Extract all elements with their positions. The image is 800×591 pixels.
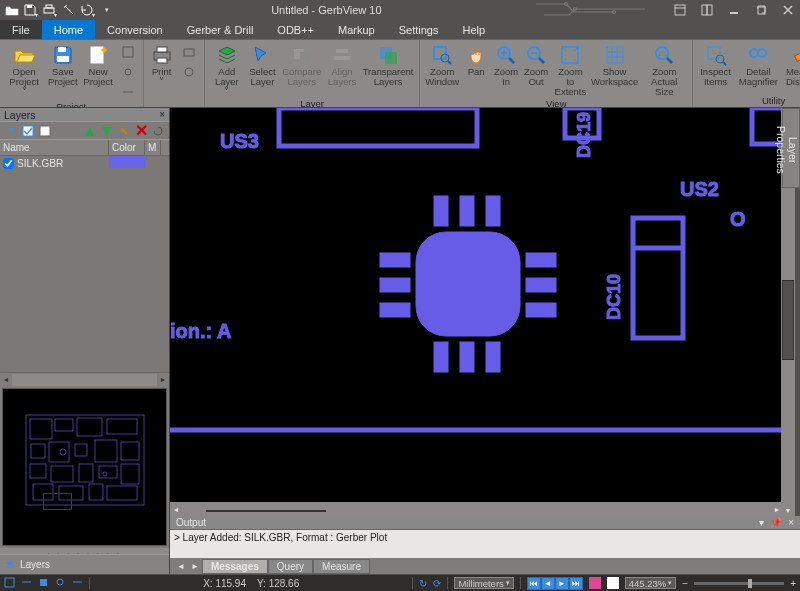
tab-settings[interactable]: Settings (387, 20, 451, 39)
nav-last-icon[interactable]: ⏭ (569, 577, 583, 590)
h-scrollbar[interactable]: ◄► (170, 502, 783, 516)
nav-next-icon[interactable]: ► (555, 577, 569, 590)
svg-text:DC19: DC19 (574, 112, 594, 158)
tab-file[interactable]: File (0, 20, 42, 39)
output-tab-messages[interactable]: Messages (202, 559, 268, 574)
status-icon-2[interactable] (21, 577, 32, 590)
status-rot-icon[interactable]: ⟳ (433, 578, 441, 589)
transparent-layers-button[interactable]: Transparent Layers (361, 43, 416, 88)
lp-btn-delete-icon[interactable]: ✕ (134, 124, 148, 138)
status-icon-1[interactable] (4, 577, 15, 590)
zoom-combo[interactable]: 445.23% ▾ (625, 577, 677, 589)
layer-color-swatch[interactable] (109, 156, 145, 168)
sys-restore-icon[interactable] (753, 2, 769, 18)
svg-rect-14 (90, 46, 104, 64)
zoom-minus-icon[interactable]: − (682, 578, 688, 589)
svg-rect-23 (300, 52, 310, 62)
zoom-out-button[interactable]: Zoom Out (522, 43, 550, 88)
pan-button[interactable]: Pan (462, 43, 490, 78)
zoom-window-button[interactable]: Zoom Window (424, 43, 460, 88)
zoom-slider[interactable] (694, 582, 784, 585)
print-sm-1[interactable] (180, 43, 198, 61)
print-sm-2[interactable] (180, 63, 198, 81)
status-color-1[interactable] (589, 577, 601, 589)
add-layer-button[interactable]: Add Layer ˅ (209, 43, 245, 98)
nav-first-icon[interactable]: ⏮ (527, 577, 541, 590)
output-tab-query[interactable]: Query (268, 559, 313, 574)
svg-point-77 (60, 449, 66, 455)
select-layer-button[interactable]: Select Layer (247, 43, 278, 88)
layers-table: Name Color M SILK.GBR (0, 140, 169, 171)
qat-reload-icon[interactable]: ▾ (80, 2, 96, 18)
show-workspace-button[interactable]: Show Workspace (591, 43, 639, 88)
nav-prev-icon[interactable]: ◄ (541, 577, 555, 590)
save-project-button[interactable]: Save Project (46, 43, 79, 88)
zoom-actual-button[interactable]: 1:1Zoom Actual Size (640, 43, 688, 98)
project-sm-1[interactable] (119, 43, 137, 61)
minimap[interactable] (2, 388, 167, 546)
lp-btn-2[interactable] (21, 124, 35, 138)
sys-close-icon[interactable] (780, 2, 796, 18)
status-icon-5[interactable] (72, 577, 83, 590)
col-m[interactable]: M (145, 140, 161, 155)
sys-maxmode-icon[interactable] (699, 2, 715, 18)
canvas[interactable]: US3 DC19 US2 O DC10 (170, 108, 781, 516)
layers-hscroll[interactable]: ◄► (0, 372, 169, 386)
tab-help[interactable]: Help (450, 20, 497, 39)
status-icon-4[interactable] (55, 577, 66, 590)
lp-btn-1[interactable] (4, 124, 18, 138)
zoom-plus-icon[interactable]: + (790, 578, 796, 589)
svg-rect-0 (27, 5, 32, 8)
statusbar: X: 115.94 Y: 128.66 ↻ ⟳ Millimeters ▾ ⏮ … (0, 575, 800, 591)
output-tab-measure[interactable]: Measure (313, 559, 370, 574)
new-project-button[interactable]: New Project (82, 43, 115, 88)
col-name[interactable]: Name (0, 140, 109, 155)
inspect-items-button[interactable]: Inspect Items (697, 43, 734, 88)
zoom-in-button[interactable]: Zoom In (492, 43, 520, 88)
output-tab-next[interactable]: ► (188, 562, 202, 571)
lp-btn-tool-icon[interactable] (117, 124, 131, 138)
project-sm-3[interactable] (119, 83, 137, 101)
status-color-2[interactable] (607, 577, 619, 589)
layer-row[interactable]: SILK.GBR (0, 156, 169, 171)
lp-btn-up-icon[interactable]: ▲ (83, 124, 97, 138)
tab-gerber[interactable]: Gerber & Drill (175, 20, 266, 39)
tab-conversion[interactable]: Conversion (95, 20, 175, 39)
qat-print-icon[interactable]: ▾ (42, 2, 58, 18)
lp-btn-reset-icon[interactable] (151, 124, 165, 138)
qat-more-icon[interactable]: ▾ (99, 2, 115, 18)
tab-markup[interactable]: Markup (326, 20, 387, 39)
layer-properties-tab[interactable]: Layer Properties (782, 108, 800, 188)
lp-btn-3[interactable] (38, 124, 52, 138)
zoom-extents-button[interactable]: Zoom to Extents (552, 43, 589, 98)
minimap-viewport[interactable] (43, 493, 72, 510)
units-combo[interactable]: Millimeters ▾ (454, 577, 513, 589)
print-button[interactable]: Print ˅ (148, 43, 176, 88)
svg-line-50 (723, 62, 726, 65)
open-project-button[interactable]: Open Project ˅ (4, 43, 44, 98)
layer-visible-checkbox[interactable] (3, 158, 14, 169)
sys-minimize-icon[interactable] (726, 2, 742, 18)
sys-ribbon-icon[interactable] (672, 2, 688, 18)
tab-home[interactable]: Home (42, 20, 95, 39)
output-panel: Output▾📌× > Layer Added: SILK.GBR, Forma… (170, 516, 800, 574)
lp-btn-down-icon[interactable]: ▼ (100, 124, 114, 138)
output-pin-icon[interactable]: ▾ (759, 517, 764, 528)
svg-rect-19 (157, 58, 167, 63)
status-nav: ⏮ ◄ ► ⏭ (527, 577, 583, 590)
layers-footer[interactable]: Layers (0, 554, 169, 574)
output-dock-icon[interactable]: 📌 (770, 517, 782, 528)
status-icon-3[interactable] (38, 577, 49, 590)
tab-odb[interactable]: ODB++ (265, 20, 326, 39)
project-sm-2[interactable] (119, 63, 137, 81)
detail-magnifier-button[interactable]: Detail Magnifier (736, 43, 781, 88)
output-tab-prev[interactable]: ◄ (174, 562, 188, 571)
layers-panel-close-icon[interactable]: × (159, 109, 165, 120)
col-color[interactable]: Color (109, 140, 145, 155)
qat-tool-icon[interactable] (61, 2, 77, 18)
measure-distance-button[interactable]: Measure Distance (783, 43, 800, 88)
output-close-icon[interactable]: × (788, 517, 794, 528)
status-reload-icon[interactable]: ↻ (419, 578, 427, 589)
qat-save-icon[interactable]: ▾ (23, 2, 39, 18)
qat-folder-icon[interactable] (4, 2, 20, 18)
